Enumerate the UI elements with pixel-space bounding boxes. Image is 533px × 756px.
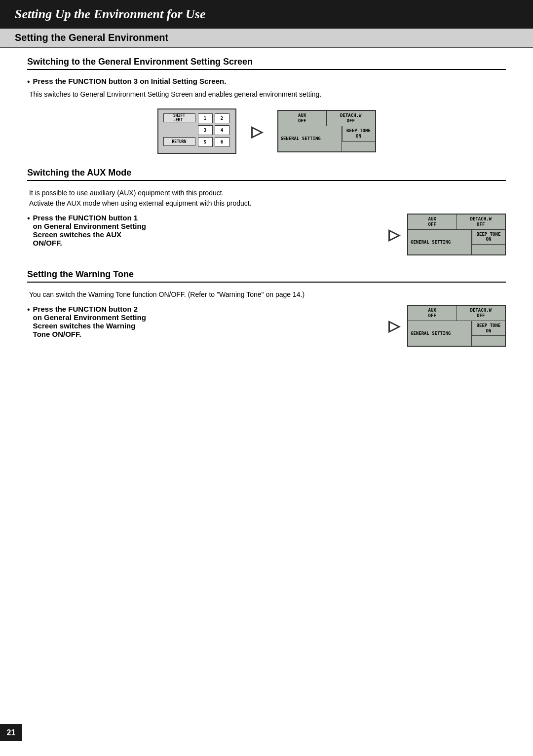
screen1-beeptone-label: BEEP TONEON xyxy=(342,126,375,142)
bullet-content-aux: • Press the FUNCTION button 1on General … xyxy=(27,214,379,250)
subsection-switching-aux: Switching the AUX Mode It is possible to… xyxy=(27,168,506,255)
subsection-title-3: Setting the Warning Tone xyxy=(27,269,506,283)
screen3-detach-label: DETACH.WOFF xyxy=(457,306,505,321)
shift-ebt-btn: SHIFT→EBT xyxy=(163,113,195,122)
bullet-dot-1: • xyxy=(27,77,30,86)
screen-display-1: AUXOFF DETACH.WOFF GENERAL SETTING BEEP … xyxy=(277,110,376,152)
arrow-2: ▷ xyxy=(388,226,400,243)
btn-2: 2 xyxy=(215,113,229,123)
subsection-title-1: Switching to the General Environment Set… xyxy=(27,57,506,70)
screen2-main-label: GENERAL SETTING xyxy=(408,230,471,255)
return-btn: RETURN xyxy=(163,137,195,146)
bullet-diagram-warning: ▷ AUXOFF DETACH.WOFF GENERAL SETTING BEE… xyxy=(388,305,506,347)
page-header: Setting Up the Environment for Use xyxy=(0,0,533,29)
screen2-beeptone-label: BEEP TONEON xyxy=(472,230,505,245)
section-header: Setting the General Environment xyxy=(0,29,533,48)
page-title: Setting Up the Environment for Use xyxy=(15,7,205,21)
bullet-item-1: • Press the FUNCTION button 3 on Initial… xyxy=(27,77,506,86)
btn-3: 3 xyxy=(198,125,213,135)
bullet-text-warning: Press the FUNCTION button 2on General En… xyxy=(33,305,146,338)
screen-display-2: AUXOFF DETACH.WOFF GENERAL SETTING BEEP … xyxy=(407,214,506,255)
screen1-detach-label: DETACH.WOFF xyxy=(327,111,375,126)
section-title: Setting the General Environment xyxy=(15,32,168,43)
body-text-1: This switches to General Environment Set… xyxy=(29,89,506,100)
btn-5: 5 xyxy=(198,137,213,147)
body-text-warning-1: You can switch the Warning Tone function… xyxy=(29,289,506,300)
bullet-item-aux: • Press the FUNCTION button 1on General … xyxy=(27,214,379,247)
bullet-text-aux: Press the FUNCTION button 1on General En… xyxy=(33,214,146,247)
bullet-content-warning: • Press the FUNCTION button 2on General … xyxy=(27,305,379,341)
arrow-3: ▷ xyxy=(388,317,400,334)
bullet-section-aux: • Press the FUNCTION button 1on General … xyxy=(27,214,506,255)
screen2-aux-label: AUXOFF xyxy=(408,215,457,229)
bullet-text-1: Press the FUNCTION button 3 on Initial S… xyxy=(33,77,227,85)
btn-1: 1 xyxy=(198,113,213,123)
bullet-item-warning: • Press the FUNCTION button 2on General … xyxy=(27,305,379,338)
page-wrapper: Setting Up the Environment for Use Setti… xyxy=(0,0,533,756)
bullet-diagram-aux: ▷ AUXOFF DETACH.WOFF GENERAL SETTING BEE… xyxy=(388,214,506,255)
btn-4: 4 xyxy=(215,125,229,135)
arrow-1: ▷ xyxy=(251,123,263,140)
screen1-main-label: GENERAL SETTING xyxy=(278,126,342,151)
body-text-aux-1: It is possible to use auxiliary (AUX) eq… xyxy=(29,188,506,209)
diagram-row-1: SHIFT→EBT 1 2 3 4 RETUR xyxy=(27,108,506,154)
device-panel-1: SHIFT→EBT 1 2 3 4 RETUR xyxy=(157,108,236,154)
screen3-aux-label: AUXOFF xyxy=(408,306,457,321)
page-number: 21 xyxy=(0,724,22,741)
subsection-title-2: Switching the AUX Mode xyxy=(27,168,506,181)
screen3-main-label: GENERAL SETTING xyxy=(408,321,471,346)
bullet-dot-warning: • xyxy=(27,305,30,314)
screen3-beeptone-label: BEEP TONEON xyxy=(472,321,505,336)
screen2-detach-label: DETACH.WOFF xyxy=(457,215,505,229)
btn-6: 6 xyxy=(215,137,229,147)
subsection-warning-tone: Setting the Warning Tone You can switch … xyxy=(27,269,506,347)
bullet-section-warning: • Press the FUNCTION button 2on General … xyxy=(27,305,506,347)
bullet-dot-aux: • xyxy=(27,214,30,223)
screen1-aux-label: AUXOFF xyxy=(278,111,327,126)
subsection-switching-general: Switching to the General Environment Set… xyxy=(27,57,506,154)
main-content: Switching to the General Environment Set… xyxy=(0,57,533,375)
screen-display-3: AUXOFF DETACH.WOFF GENERAL SETTING BEEP … xyxy=(407,305,506,347)
